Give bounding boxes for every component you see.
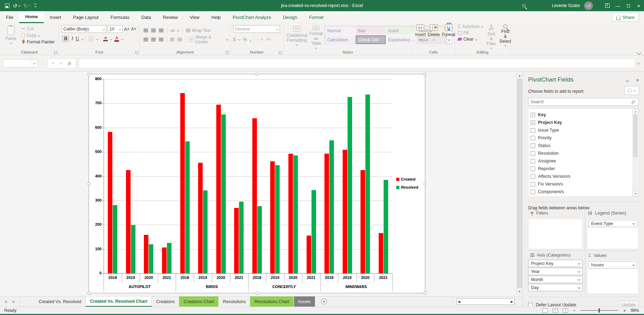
style-explanatory[interactable]: Explanatory ... (386, 35, 416, 44)
bar-created-autopilot-2020[interactable] (144, 235, 148, 273)
sheet-tab-resolutions-chart[interactable]: Resolutions Chart (250, 296, 294, 307)
formula-bar-splitter[interactable]: ⋮ (41, 61, 44, 65)
field-checkbox[interactable] (531, 159, 535, 163)
bar-resolved-birds-2021[interactable] (239, 202, 244, 273)
bold-button[interactable]: B (62, 36, 69, 42)
bar-created-concertly-2020[interactable] (288, 154, 293, 273)
filters-area[interactable] (528, 218, 583, 249)
field-pill-project-key[interactable]: Project Key (528, 260, 583, 267)
bar-resolved-mindwars-2018[interactable] (329, 140, 334, 273)
bar-created-birds-2018[interactable] (180, 93, 185, 274)
bar-resolved-autopilot-2020[interactable] (149, 244, 153, 273)
chart-selection-handle[interactable] (255, 292, 259, 295)
hscroll-left-icon[interactable]: ◀ (458, 300, 460, 303)
ribbon-tab-view[interactable]: View (184, 11, 205, 23)
align-top-icon[interactable] (144, 29, 148, 32)
bar-resolved-mindwars-2021[interactable] (384, 180, 388, 273)
sheet-tab-created-vs-resolved-chart[interactable]: Created Vs. Resolved Chart (86, 296, 152, 307)
legend-area[interactable]: Event Type (587, 218, 639, 249)
field-row-issue-type[interactable]: Issue Type (531, 126, 638, 134)
field-row-status[interactable]: Status (531, 142, 638, 149)
bar-resolved-concertly-2020[interactable] (293, 155, 298, 273)
ribbon-tab-page-layout[interactable]: Page Layout (67, 11, 105, 23)
bar-resolved-birds-2018[interactable] (185, 141, 190, 273)
bar-resolved-birds-2019[interactable] (203, 190, 208, 273)
bar-created-birds-2019[interactable] (198, 163, 203, 273)
ribbon-tab-insert[interactable]: Insert (44, 11, 67, 23)
bar-created-concertly-2019[interactable] (270, 161, 275, 274)
style-normal[interactable]: Normal (325, 26, 355, 35)
ribbon-tab-home[interactable]: Home (19, 11, 44, 23)
chart-selection-handle[interactable] (88, 73, 91, 76)
font-name-select[interactable]: Calibri (Body) (62, 25, 106, 33)
decrease-font-icon[interactable]: A˅ (131, 27, 136, 31)
bar-resolved-autopilot-2018[interactable] (113, 205, 117, 273)
chart-selection-handle[interactable] (424, 292, 427, 295)
field-row-project-key[interactable]: ✓Project Key (531, 119, 638, 126)
bar-resolved-concertly-2021[interactable] (312, 190, 316, 273)
bar-resolved-mindwars-2020[interactable] (365, 94, 370, 273)
field-pill-day[interactable]: Day (528, 284, 583, 291)
search-icon[interactable] (519, 0, 530, 11)
bar-created-mindwars-2019[interactable] (343, 150, 347, 273)
insert-cells-button[interactable]: Insert (415, 24, 426, 49)
chart-selection-handle[interactable] (424, 182, 427, 186)
sheet-tab-creations[interactable]: Creations (152, 296, 180, 307)
sheet-tab-resolutions[interactable]: Resolutions (219, 296, 250, 307)
field-checkbox[interactable] (531, 136, 535, 140)
bar-resolved-concertly-2019[interactable] (275, 165, 280, 273)
field-checkbox[interactable]: ✓ (531, 120, 535, 125)
save-icon[interactable] (5, 4, 9, 8)
bar-created-birds-2021[interactable] (234, 208, 239, 273)
align-middle-icon[interactable] (151, 29, 156, 32)
italic-button[interactable]: I (71, 36, 73, 42)
align-center-icon[interactable] (151, 38, 156, 41)
ribbon-tab-help[interactable]: Help (205, 11, 227, 23)
page-break-view-icon[interactable] (563, 308, 568, 313)
bar-created-mindwars-2021[interactable] (379, 233, 383, 273)
ribbon-tab-data[interactable]: Data (135, 11, 157, 23)
underline-button[interactable]: U (76, 36, 79, 42)
page-layout-view-icon[interactable] (553, 308, 558, 313)
avatar[interactable]: LS (584, 1, 593, 10)
scroll-up-icon[interactable]: ▲ (517, 73, 523, 79)
field-checkbox[interactable] (531, 151, 535, 156)
field-row-key[interactable]: ✓Key (531, 111, 638, 119)
search-box[interactable] (528, 98, 639, 106)
zoom-in-icon[interactable]: + (623, 308, 626, 313)
panel-options-icon[interactable] (626, 79, 629, 82)
bar-resolved-autopilot-2021[interactable] (167, 243, 172, 273)
font-size-select[interactable]: 10 (108, 25, 122, 33)
bar-created-autopilot-2021[interactable] (162, 247, 167, 273)
clipboard-dialog-launcher-icon[interactable] (54, 51, 57, 54)
minimize-button[interactable]: — (612, 0, 623, 11)
new-sheet-icon[interactable]: + (321, 299, 327, 304)
delete-cells-button[interactable]: Delete (428, 24, 440, 49)
ribbon-tab-format[interactable]: Format (303, 11, 329, 23)
ribbon-tab-file[interactable]: File (0, 11, 19, 23)
field-pill-year[interactable]: Year (528, 268, 583, 275)
hscroll-right-icon[interactable]: ▶ (511, 300, 513, 303)
field-checkbox[interactable] (531, 128, 535, 133)
find-select-button[interactable]: Find & Select (499, 24, 511, 49)
style-good[interactable]: Good (386, 26, 416, 35)
ribbon-tab-formulas[interactable]: Formulas (105, 11, 135, 23)
bar-created-concertly-2018[interactable] (252, 118, 257, 273)
chart-selection-handle[interactable] (255, 73, 259, 76)
name-box-input[interactable] (3, 61, 30, 66)
bar-created-mindwars-2020[interactable] (360, 170, 365, 274)
ribbon-tab-pivotchart-analyze[interactable]: PivotChart Analyze (227, 11, 277, 23)
ribbon-display-options-icon[interactable] (602, 0, 612, 11)
field-checkbox[interactable] (531, 182, 535, 187)
values-area[interactable]: Issues (587, 260, 639, 294)
field-pill-issues[interactable]: Issues (588, 261, 637, 268)
pill-dropdown-icon[interactable] (632, 222, 635, 225)
field-checkbox[interactable] (531, 174, 535, 179)
font-dialog-launcher-icon[interactable] (135, 51, 139, 54)
horizontal-scrollbar[interactable]: ◀ ▶ (456, 298, 514, 305)
bar-created-birds-2020[interactable] (216, 105, 221, 273)
ribbon-tab-review[interactable]: Review (157, 11, 184, 23)
field-pill-month[interactable]: Month (528, 276, 583, 283)
chart-selection-handle[interactable] (424, 73, 427, 76)
tabbar-splitter[interactable]: ⁞ (453, 300, 454, 303)
